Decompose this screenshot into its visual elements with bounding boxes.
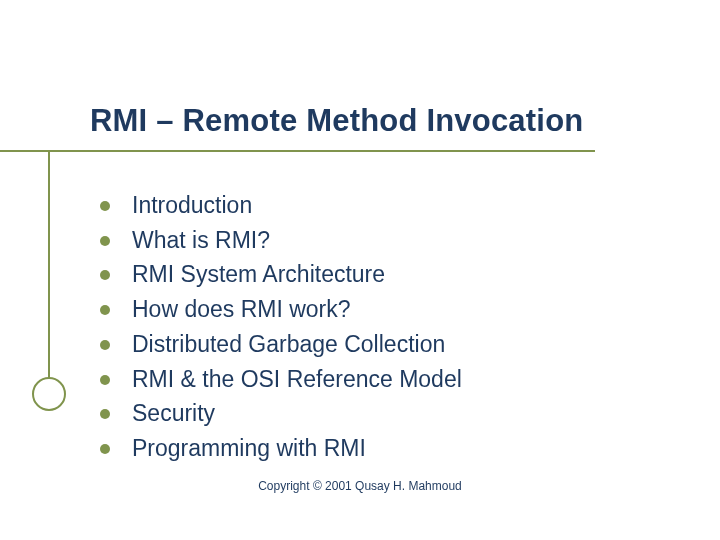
list-item: RMI System Architecture xyxy=(100,259,660,291)
list-item-label: RMI System Architecture xyxy=(132,259,385,291)
list-item: Introduction xyxy=(100,190,660,222)
slide: RMI – Remote Method Invocation Introduct… xyxy=(0,0,720,540)
list-item: RMI & the OSI Reference Model xyxy=(100,364,660,396)
list-item-label: How does RMI work? xyxy=(132,294,351,326)
slide-title: RMI – Remote Method Invocation xyxy=(90,103,680,139)
list-item-label: RMI & the OSI Reference Model xyxy=(132,364,462,396)
bullet-icon xyxy=(100,409,110,419)
list-item: Programming with RMI xyxy=(100,433,660,465)
list-item: Distributed Garbage Collection xyxy=(100,329,660,361)
bullet-icon xyxy=(100,375,110,385)
list-item-label: Introduction xyxy=(132,190,252,222)
list-item: How does RMI work? xyxy=(100,294,660,326)
bullet-icon xyxy=(100,444,110,454)
bullet-icon xyxy=(100,270,110,280)
bullet-icon xyxy=(100,236,110,246)
list-item-label: What is RMI? xyxy=(132,225,270,257)
list-item: What is RMI? xyxy=(100,225,660,257)
list-item-label: Distributed Garbage Collection xyxy=(132,329,445,361)
accent-circle-icon xyxy=(32,377,66,411)
copyright-footer: Copyright © 2001 Qusay H. Mahmoud xyxy=(0,479,720,493)
title-underline xyxy=(0,150,595,152)
list-item-label: Security xyxy=(132,398,215,430)
list-item: Security xyxy=(100,398,660,430)
bullet-icon xyxy=(100,340,110,350)
bullet-icon xyxy=(100,201,110,211)
bullet-icon xyxy=(100,305,110,315)
list-item-label: Programming with RMI xyxy=(132,433,366,465)
bullet-list: Introduction What is RMI? RMI System Arc… xyxy=(100,190,660,468)
accent-connector-line xyxy=(48,150,50,378)
